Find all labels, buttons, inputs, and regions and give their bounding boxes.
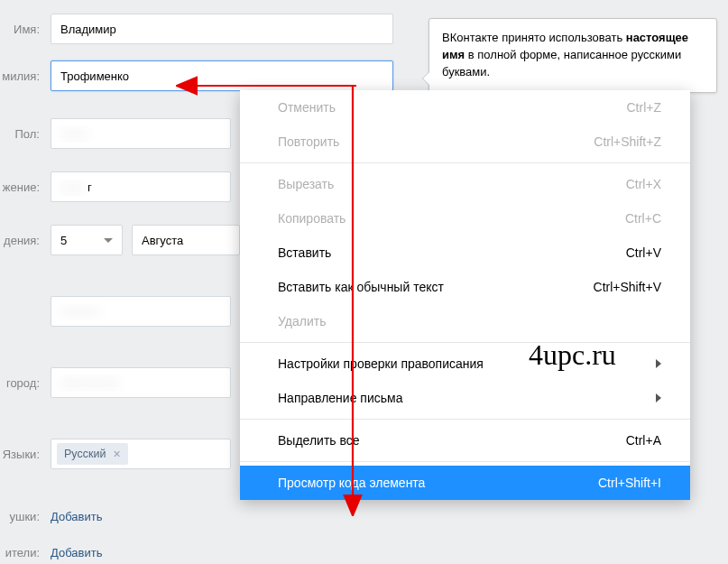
menu-label: Вырезать [278, 177, 334, 191]
status-input[interactable]: ------г [51, 171, 231, 202]
menu-cut[interactable]: Вырезать Ctrl+X [240, 167, 690, 201]
menu-separator [240, 419, 690, 420]
menu-undo[interactable]: Отменить Ctrl+Z [240, 90, 690, 125]
chevron-right-icon [656, 359, 661, 368]
gender-label: Пол: [0, 127, 51, 141]
surname-label: милия: [0, 69, 51, 83]
name-label: Имя: [0, 23, 51, 36]
menu-label: Вставить [278, 245, 331, 260]
menu-spellcheck[interactable]: Настройки проверки правописания [240, 347, 690, 381]
menu-paste-plain[interactable]: Вставить как обычный текст Ctrl+Shift+V [240, 270, 690, 304]
menu-redo[interactable]: Повторить Ctrl+Shift+Z [240, 125, 690, 159]
hint-tooltip: ВКонтакте принято использовать настоящее… [429, 18, 717, 93]
menu-shortcut: Ctrl+V [626, 245, 661, 260]
menu-label: Копировать [278, 211, 346, 226]
gender-input[interactable]: ------- [51, 118, 231, 149]
menu-shortcut: Ctrl+Shift+I [598, 476, 661, 490]
menu-copy[interactable]: Копировать Ctrl+C [240, 201, 690, 236]
surname-input[interactable] [51, 60, 393, 91]
birth-month-value: Августа [142, 234, 183, 247]
menu-shortcut: Ctrl+Shift+Z [594, 134, 661, 149]
lang-tag[interactable]: Русский × [57, 443, 128, 465]
menu-label: Вставить как обычный текст [278, 280, 444, 294]
menu-label: Направление письма [278, 391, 402, 405]
menu-direction[interactable]: Направление письма [240, 381, 690, 415]
menu-label: Отменить [278, 100, 336, 115]
lang-tag-label: Русский [64, 448, 106, 460]
parents-add-link[interactable]: Добавить [51, 546, 102, 559]
menu-separator [240, 162, 690, 163]
birth-month-select[interactable]: Августа [132, 225, 240, 255]
menu-shortcut: Ctrl+Shift+V [594, 280, 661, 294]
menu-label: Просмотр кода элемента [278, 476, 425, 490]
name-input[interactable] [51, 14, 393, 44]
tooltip-text-1: ВКонтакте принято использовать [442, 31, 626, 44]
grandma-row: ушки: Добавить [0, 510, 728, 523]
lang-input[interactable]: Русский × [51, 439, 231, 469]
blank-input[interactable]: ---------- [51, 296, 231, 327]
menu-label: Удалить [278, 314, 326, 328]
tooltip-text-2: в полной форме, написанное русскими букв… [442, 48, 681, 79]
close-icon[interactable]: × [113, 448, 120, 460]
context-menu[interactable]: Отменить Ctrl+Z Повторить Ctrl+Shift+Z В… [240, 90, 690, 500]
lang-label: Языки: [0, 448, 51, 461]
chevron-down-icon [104, 238, 113, 243]
menu-shortcut: Ctrl+X [626, 177, 661, 191]
menu-inspect-element[interactable]: Просмотр кода элемента Ctrl+Shift+I [240, 466, 690, 500]
city-label: город: [0, 376, 51, 390]
menu-select-all[interactable]: Выделить все Ctrl+A [240, 423, 690, 458]
menu-delete[interactable]: Удалить [240, 304, 690, 338]
menu-shortcut: Ctrl+Z [627, 100, 662, 115]
birth-day-select[interactable]: 5 [51, 225, 123, 255]
grandma-add-link[interactable]: Добавить [51, 510, 102, 523]
parents-label: ители: [0, 546, 51, 559]
menu-separator [240, 342, 690, 343]
menu-shortcut: Ctrl+C [625, 211, 661, 226]
chevron-right-icon [656, 393, 661, 402]
menu-label: Повторить [278, 134, 339, 149]
birth-day-value: 5 [60, 234, 67, 247]
menu-paste[interactable]: Вставить Ctrl+V [240, 236, 690, 270]
menu-shortcut: Ctrl+A [626, 433, 661, 448]
menu-separator [240, 461, 690, 462]
status-suffix: г [88, 180, 92, 194]
city-input[interactable]: --------------- [51, 367, 231, 398]
parents-row: ители: Добавить [0, 546, 728, 559]
status-label: жение: [0, 180, 51, 194]
grandma-label: ушки: [0, 510, 51, 523]
birth-selects: 5 Августа [51, 225, 240, 255]
birth-label: дения: [0, 234, 51, 247]
menu-label: Настройки проверки правописания [278, 356, 484, 371]
menu-label: Выделить все [278, 433, 360, 448]
